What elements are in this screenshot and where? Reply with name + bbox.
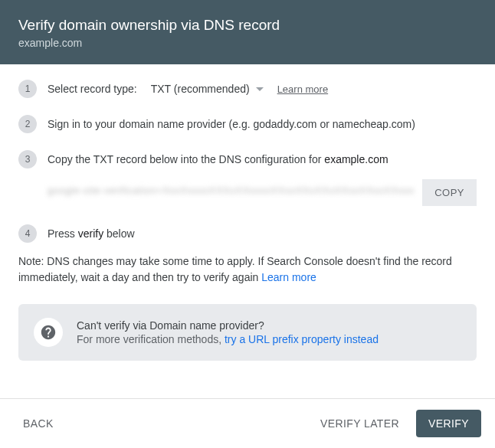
chevron-down-icon [256,87,264,91]
learn-more-link[interactable]: Learn more [277,83,328,95]
txt-record-row: google-site-verification=XxxXxxxxXXXxXXx… [48,179,477,206]
step-2: 2 Sign in to your domain name provider (… [18,115,477,133]
verify-button[interactable]: VERIFY [416,410,481,437]
copy-button[interactable]: COPY [422,179,477,206]
alternative-box: Can't verify via Domain name provider? F… [18,304,477,361]
step-number: 3 [18,150,37,168]
step-2-text: Sign in to your domain name provider (e.… [48,118,415,130]
step-3-text: Copy the TXT record below into the DNS c… [48,153,388,165]
alternative-title: Can't verify via Domain name provider? [77,319,379,332]
step-3: 3 Copy the TXT record below into the DNS… [18,150,477,168]
txt-record-value[interactable]: google-site-verification=XxxXxxxxXXXxXXx… [48,185,415,201]
step-4-text: Press verify below [48,227,135,240]
dialog-content: 1 Select record type: TXT (recommended) … [0,64,495,368]
help-icon [34,318,63,347]
record-type-select[interactable]: TXT (recommended) [151,83,264,95]
step-number: 4 [18,224,37,243]
verify-later-button[interactable]: VERIFY LATER [311,411,408,436]
alternative-subtitle: For more verification methods, try a URL… [77,333,379,345]
step-4: 4 Press verify below [18,224,477,243]
dialog-header: Verify domain ownership via DNS record e… [0,0,495,64]
step-number: 1 [18,80,37,98]
dialog-subtitle: example.com [18,37,477,49]
back-button[interactable]: BACK [14,411,63,436]
note-learn-more-link[interactable]: Learn more [261,271,316,283]
dialog-title: Verify domain ownership via DNS record [18,17,477,34]
step-1-label: Select record type: [48,83,137,95]
url-prefix-link[interactable]: try a URL prefix property instead [225,333,379,345]
step-1: 1 Select record type: TXT (recommended) … [18,80,477,98]
dns-note: Note: DNS changes may take some time to … [18,253,477,286]
record-type-value: TXT (recommended) [151,83,250,95]
dialog-footer: BACK VERIFY LATER VERIFY [0,398,495,448]
step-number: 2 [18,115,37,133]
